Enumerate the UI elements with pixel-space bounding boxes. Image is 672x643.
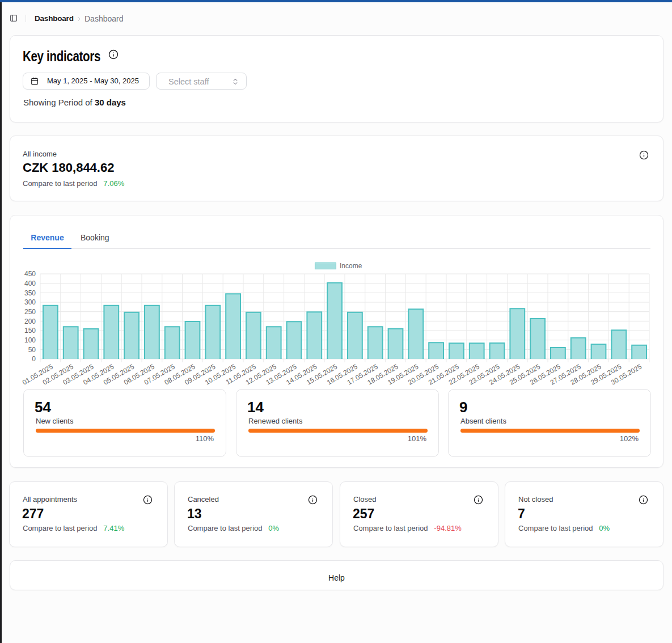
svg-text:0: 0 <box>32 355 36 363</box>
svg-text:50: 50 <box>28 346 36 354</box>
svg-text:400: 400 <box>24 280 36 287</box>
svg-text:350: 350 <box>24 289 36 297</box>
svg-text:250: 250 <box>24 308 36 316</box>
svg-text:150: 150 <box>24 327 36 335</box>
svg-text:200: 200 <box>24 318 36 325</box>
svg-text:450: 450 <box>24 270 36 278</box>
svg-text:300: 300 <box>24 298 36 306</box>
svg-text:100: 100 <box>24 336 36 344</box>
svg-text:Income: Income <box>340 262 362 270</box>
